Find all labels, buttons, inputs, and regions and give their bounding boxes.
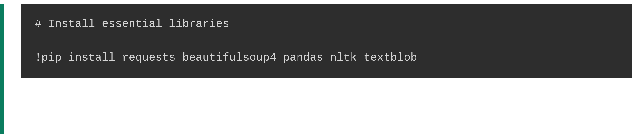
cell-execution-indicator: [0, 4, 4, 134]
code-line-command: !pip install requests beautifulsoup4 pan…: [35, 49, 619, 66]
cell-content: # Install essential libraries !pip insta…: [4, 4, 644, 134]
code-line-blank: [35, 32, 619, 49]
code-editor[interactable]: # Install essential libraries !pip insta…: [21, 4, 632, 78]
notebook-cell: # Install essential libraries !pip insta…: [0, 0, 644, 134]
code-line-comment: # Install essential libraries: [35, 16, 619, 32]
